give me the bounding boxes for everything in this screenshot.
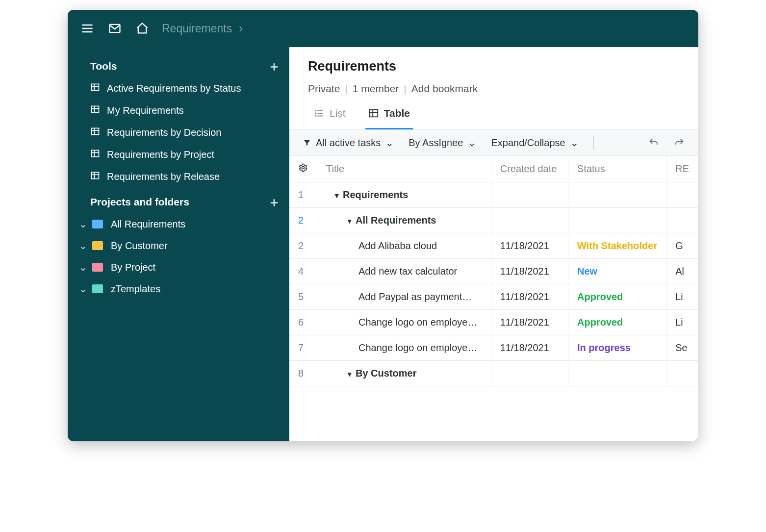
add-tool-button[interactable]: ＋ [268, 60, 281, 73]
page-title: Requirements [308, 59, 680, 74]
svg-rect-13 [92, 150, 99, 156]
sidebar-folder-item[interactable]: ⌄zTemplates [78, 278, 281, 300]
chevron-down-icon[interactable] [348, 217, 352, 226]
table-row[interactable]: 2All Requirements [289, 208, 698, 233]
column-status[interactable]: Status [568, 156, 666, 182]
group-label: By AssIgnee [409, 137, 463, 149]
row-number: 2 [289, 208, 317, 233]
settings-column-header[interactable] [289, 156, 317, 182]
sidebar-folder-item[interactable]: ⌄By Project [78, 256, 281, 278]
svg-rect-25 [369, 110, 378, 117]
cell-title[interactable]: Change logo on employe… [317, 335, 491, 361]
cell-title[interactable]: Change logo on employe… [317, 310, 491, 335]
table-row[interactable]: 6Change logo on employe…11/18/2021Approv… [289, 310, 698, 335]
sidebar-folder-item[interactable]: ⌄All Requirements [78, 213, 281, 235]
row-title: Add Paypal as payment… [358, 291, 472, 302]
cell-status[interactable]: In progress [568, 335, 666, 361]
toolbar-divider [593, 136, 594, 150]
cell-title[interactable]: By Customer [317, 361, 491, 386]
members-label[interactable]: 1 member [353, 83, 399, 95]
topbar: Requirements › [68, 10, 698, 47]
row-title: Add Alibaba cloud [358, 240, 437, 251]
cell-extra: Li [666, 284, 698, 310]
cell-created-date: 11/18/2021 [491, 335, 568, 361]
cell-status[interactable] [568, 182, 666, 208]
sidebar-item-label: Requirements by Decision [107, 127, 221, 138]
cell-extra: Al [666, 259, 698, 284]
cell-status[interactable] [568, 208, 666, 233]
requirements-table: Title Created date Status RE 1Requiremen… [289, 156, 698, 386]
cell-extra [666, 361, 698, 386]
row-number: 2 [289, 233, 317, 259]
row-title: Change logo on employe… [358, 317, 477, 328]
sidebar-section-label: Tools [90, 60, 117, 72]
filter-dropdown[interactable]: All active tasks ⌄ [300, 135, 397, 151]
breadcrumb-item[interactable]: Requirements [162, 22, 232, 35]
table-row[interactable]: 7Change logo on employe…11/18/2021In pro… [289, 335, 698, 361]
sidebar-tool-item[interactable]: Active Requirements by Status [90, 77, 281, 100]
table-wrap[interactable]: Title Created date Status RE 1Requiremen… [289, 156, 698, 441]
tab-table[interactable]: Table [365, 102, 413, 129]
row-number: 6 [289, 310, 317, 335]
chevron-right-icon: › [239, 22, 243, 35]
group-dropdown[interactable]: By AssIgnee ⌄ [406, 135, 479, 151]
separator: | [404, 83, 406, 95]
main-header: Requirements Private | 1 member | Add bo… [289, 47, 698, 129]
cell-status[interactable] [568, 361, 666, 386]
undo-button[interactable] [645, 135, 662, 150]
cell-created-date [491, 182, 568, 208]
table-icon [90, 82, 100, 95]
privacy-label[interactable]: Private [308, 83, 340, 95]
cell-status[interactable]: Approved [568, 310, 666, 335]
folder-icon [92, 263, 103, 272]
sidebar-tool-item[interactable]: Requirements by Decision [90, 122, 281, 144]
cell-title[interactable]: All Requirements [317, 208, 491, 233]
column-extra[interactable]: RE [666, 156, 698, 182]
svg-rect-16 [92, 172, 99, 178]
add-bookmark-button[interactable]: Add bookmark [411, 83, 478, 95]
table-row[interactable]: 1Requirements [289, 182, 698, 208]
cell-status[interactable]: Approved [568, 284, 666, 310]
chevron-down-icon: ⌄ [385, 137, 394, 149]
mail-icon[interactable] [107, 21, 123, 36]
cell-title[interactable]: Requirements [317, 182, 491, 208]
cell-extra [666, 208, 698, 233]
table-row[interactable]: 5Add Paypal as payment…11/18/2021Approve… [289, 284, 698, 310]
folder-icon [92, 284, 103, 293]
chevron-down-icon[interactable] [335, 191, 339, 200]
sidebar-folder-item[interactable]: ⌄By Customer [78, 235, 281, 256]
cell-extra [666, 182, 698, 208]
sidebar-tool-item[interactable]: Requirements by Project [90, 144, 281, 166]
sidebar-section-label: Projects and folders [90, 196, 189, 208]
expand-collapse-dropdown[interactable]: Expand/Collapse ⌄ [488, 135, 581, 151]
sidebar-item-label: All Requirements [111, 219, 185, 230]
hamburger-menu-icon[interactable] [79, 21, 95, 36]
sidebar-tool-item[interactable]: My Requirements [90, 100, 281, 122]
folder-icon [92, 220, 103, 228]
cell-title[interactable]: Add Paypal as payment… [317, 284, 491, 310]
status-badge: New [577, 266, 597, 277]
column-created-date[interactable]: Created date [491, 156, 568, 182]
table-toolbar: All active tasks ⌄ By AssIgnee ⌄ Expand/… [289, 129, 698, 156]
table-row[interactable]: 4Add new tax calculator11/18/2021NewAl [289, 259, 698, 284]
svg-rect-4 [92, 84, 99, 90]
cell-status[interactable]: With Stakeholder [568, 233, 666, 259]
redo-button[interactable] [671, 135, 688, 150]
cell-title[interactable]: Add Alibaba cloud [317, 233, 491, 259]
tab-list[interactable]: List [311, 102, 349, 129]
table-row[interactable]: 8By Customer [289, 361, 698, 386]
row-number: 5 [289, 284, 317, 310]
cell-title[interactable]: Add new tax calculator [317, 259, 491, 284]
cell-status[interactable]: New [568, 259, 666, 284]
table-icon [90, 171, 100, 183]
table-row[interactable]: 2Add Alibaba cloud11/18/2021With Stakeho… [289, 233, 698, 259]
column-title[interactable]: Title [317, 156, 491, 182]
chevron-down-icon[interactable] [348, 370, 352, 379]
sidebar-tool-item[interactable]: Requirements by Release [90, 166, 281, 188]
svg-point-19 [315, 110, 316, 111]
app-window: Requirements › Tools ＋ Active Requiremen… [68, 10, 698, 441]
home-icon[interactable] [134, 21, 150, 36]
sidebar-item-label: By Customer [111, 240, 168, 252]
cell-created-date: 11/18/2021 [491, 284, 568, 310]
add-folder-button[interactable]: ＋ [268, 196, 281, 208]
